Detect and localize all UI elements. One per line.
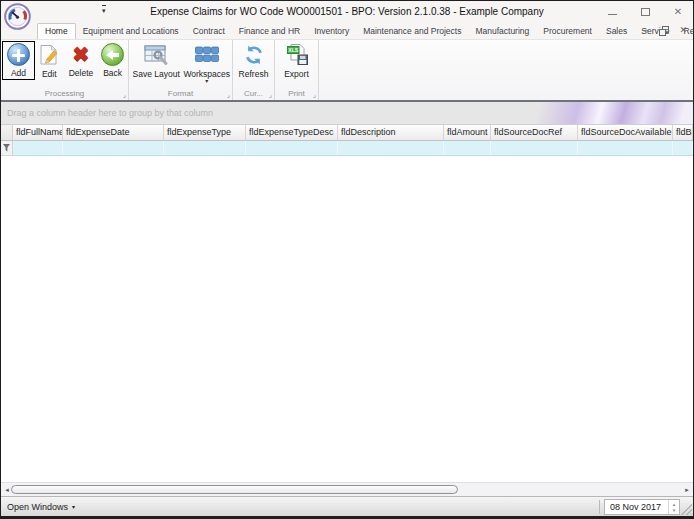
workspaces-button[interactable]: Workspaces ▾ <box>182 41 231 84</box>
resize-grip[interactable] <box>680 503 692 515</box>
back-button[interactable]: Back <box>98 41 127 78</box>
delete-button[interactable]: ✖ Delete <box>64 41 99 78</box>
save-layout-icon <box>143 43 169 67</box>
delete-button-label: Delete <box>69 68 94 78</box>
group-label-current: Cur... <box>244 89 263 98</box>
column-header-flddescription[interactable]: fldDescription <box>338 125 444 140</box>
date-value: 08 Nov 2017 <box>605 502 668 512</box>
mdi-minimize-button[interactable]: – <box>643 24 648 36</box>
export-button[interactable]: XLS Export <box>276 41 317 79</box>
filter-cell-fldsourcedocavailable[interactable] <box>578 141 673 155</box>
column-header-fldamount[interactable]: fldAmount <box>444 125 491 140</box>
close-button[interactable]: ✕ <box>671 5 685 19</box>
column-header-fldbill[interactable]: fldBill <box>673 125 693 140</box>
filter-cell-fldfullname[interactable] <box>13 141 63 155</box>
dialog-launcher-icon[interactable]: ⌟ <box>313 91 316 99</box>
filter-cell-fldexpensedate[interactable] <box>63 141 164 155</box>
filter-cell-flddescription[interactable] <box>338 141 444 155</box>
maximize-icon <box>641 8 650 16</box>
date-field[interactable]: 08 Nov 2017 ▴ ▾ <box>604 499 680 515</box>
group-label-processing: Processing <box>45 89 85 98</box>
column-header-fldsourcedocref[interactable]: fldSourceDocRef <box>491 125 578 140</box>
group-label-print: Print <box>288 89 304 98</box>
add-button[interactable]: Add <box>2 41 35 80</box>
group-label-format: Format <box>168 89 193 98</box>
column-header-fldexpensedate[interactable]: fldExpenseDate <box>63 125 164 140</box>
close-icon: ✕ <box>674 7 682 17</box>
edit-icon <box>37 43 61 67</box>
status-separator <box>599 500 600 514</box>
export-label: Export <box>284 69 309 79</box>
filter-cell-fldexpensetype[interactable] <box>164 141 246 155</box>
mdi-close-button[interactable]: ✕ <box>679 24 687 36</box>
ribbon-tab-row: Home Equipment and Locations Contract Fi… <box>1 22 693 39</box>
open-windows-button[interactable]: Open Windows ▾ <box>7 502 75 512</box>
decorative-swoosh <box>518 102 693 124</box>
delete-icon: ✖ <box>73 43 90 66</box>
open-windows-label: Open Windows <box>7 502 68 512</box>
group-by-panel[interactable]: Drag a column header here to group by th… <box>1 102 693 125</box>
save-layout-button[interactable]: Save Layout <box>130 41 182 79</box>
ribbon-group-print: XLS Export Print ⌟ <box>275 40 319 100</box>
tab-equipment-and-locations[interactable]: Equipment and Locations <box>76 24 186 39</box>
export-icon: XLS <box>285 43 309 67</box>
maximize-button[interactable] <box>638 5 652 19</box>
tab-sales[interactable]: Sales <box>599 24 634 39</box>
column-header-fldexpensetypedesc[interactable]: fldExpenseTypeDesc <box>246 125 338 140</box>
back-button-label: Back <box>103 68 122 78</box>
date-spinner: ▴ ▾ <box>668 500 679 514</box>
column-header-fldexpensetype[interactable]: fldExpenseType <box>164 125 246 140</box>
ribbon: Add Edit ✖ Delete Bac <box>1 39 693 100</box>
tab-home[interactable]: Home <box>37 23 76 39</box>
ribbon-group-format: Save Layout Workspaces ▾ <box>129 40 233 100</box>
group-by-hint: Drag a column header here to group by th… <box>7 108 213 118</box>
back-icon <box>101 43 124 66</box>
ribbon-group-processing: Add Edit ✖ Delete Bac <box>1 40 129 100</box>
add-button-label: Add <box>11 68 26 78</box>
window-title: Expense Claims for WO Code WO0001501 - B… <box>150 6 544 17</box>
tab-contract[interactable]: Contract <box>186 24 232 39</box>
mdi-window-controls: – ✕ <box>643 24 687 36</box>
save-layout-label: Save Layout <box>133 69 180 79</box>
quick-access-dropdown-icon[interactable]: ▾ <box>102 5 106 15</box>
spin-down-icon[interactable]: ▾ <box>673 507 676 513</box>
filter-funnel-icon <box>3 144 10 152</box>
tab-manufacturing[interactable]: Manufacturing <box>468 24 536 39</box>
tab-maintenance-and-projects[interactable]: Maintenance and Projects <box>356 24 468 39</box>
title-bar: ▾ Expense Claims for WO Code WO0001501 -… <box>1 1 693 22</box>
scroll-right-icon[interactable]: ▸ <box>681 483 693 497</box>
ribbon-group-current: Refresh Cur... ⌟ <box>233 40 275 100</box>
row-indicator-header <box>1 125 13 140</box>
app-window: ▾ Expense Claims for WO Code WO0001501 -… <box>0 0 694 519</box>
filter-cell-fldamount[interactable] <box>444 141 491 155</box>
edit-button-label: Edit <box>42 69 57 79</box>
refresh-icon <box>242 43 266 67</box>
column-header-fldsourcedocavailable[interactable]: fldSourceDocAvailable <box>578 125 673 140</box>
workspaces-dropdown-icon: ▾ <box>205 79 208 84</box>
restore-icon <box>659 26 668 35</box>
mdi-restore-button[interactable] <box>659 24 668 36</box>
filter-cell-fldexpensetypedesc[interactable] <box>246 141 338 155</box>
horizontal-scrollbar[interactable]: ◂ ▸ <box>1 482 693 496</box>
edit-button[interactable]: Edit <box>35 41 64 79</box>
add-icon <box>7 43 30 66</box>
grid-header-row: fldFullName fldExpenseDate fldExpenseTyp… <box>1 125 693 141</box>
svg-text:XLS: XLS <box>288 47 298 53</box>
filter-cell-fldsourcedocref[interactable] <box>491 141 578 155</box>
open-windows-dropdown-icon: ▾ <box>72 503 75 510</box>
app-logo-icon[interactable] <box>4 3 31 30</box>
tab-procurement[interactable]: Procurement <box>536 24 599 39</box>
refresh-button[interactable]: Refresh <box>234 41 273 79</box>
minimize-button[interactable] <box>605 5 619 19</box>
grid-empty-area[interactable] <box>1 156 693 482</box>
status-bar: Open Windows ▾ 08 Nov 2017 ▴ ▾ <box>1 496 693 516</box>
column-header-fldfullname[interactable]: fldFullName <box>13 125 63 140</box>
scrollbar-thumb[interactable] <box>11 485 458 494</box>
dialog-launcher-icon[interactable]: ⌟ <box>269 91 272 99</box>
grid-filter-row <box>1 141 693 156</box>
filter-cell-fldbill[interactable] <box>673 141 693 155</box>
dialog-launcher-icon[interactable]: ⌟ <box>123 91 126 99</box>
dialog-launcher-icon[interactable]: ⌟ <box>227 91 230 99</box>
tab-finance-and-hr[interactable]: Finance and HR <box>232 24 307 39</box>
tab-inventory[interactable]: Inventory <box>307 24 356 39</box>
